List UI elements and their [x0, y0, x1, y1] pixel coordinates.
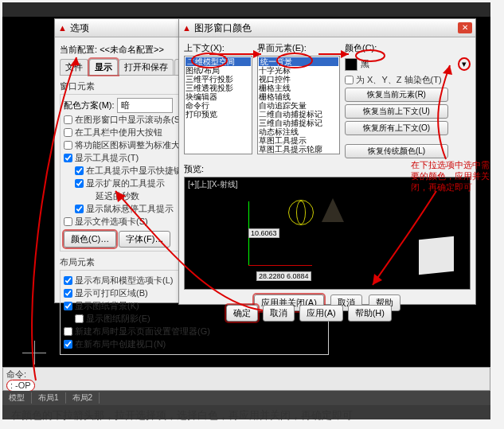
scheme-label: 配色方案(M):	[64, 100, 115, 110]
colors-button[interactable]: 颜色(C)…	[64, 231, 116, 248]
tab-opensave[interactable]: 打开和保存	[119, 59, 174, 75]
ok-button[interactable]: 确定	[226, 305, 258, 322]
restore-elem-button[interactable]: 恢复当前元素(R)	[345, 88, 448, 102]
config-value: <<未命名配置>>	[100, 45, 164, 54]
app-icon: ▲	[58, 23, 67, 33]
cmd-value: : -OP	[6, 380, 35, 392]
scheme-combo[interactable]: 暗	[117, 98, 173, 113]
tab-layout2[interactable]: 布局2	[66, 392, 100, 404]
command-line[interactable]: 命令: : -OP	[2, 367, 490, 391]
dropdown-icon[interactable]: ▾	[458, 57, 471, 71]
color-combo[interactable]: 黑 ▾	[345, 57, 471, 71]
restore-all-button[interactable]: 恢复所有上下文(O)	[345, 121, 448, 135]
element-label: 界面元素(E):	[257, 42, 340, 54]
cube-icon	[419, 236, 454, 275]
color-titlebar[interactable]: ▲ 图形窗口颜色 ✕	[179, 19, 475, 37]
caption-text: 在颜色的下拉箭头那，拉开选择项，选择白色，再应用并关闭，再确定即可	[11, 408, 489, 423]
fonts-button[interactable]: 字体(F)…	[119, 231, 170, 248]
restore-legacy-button[interactable]: 恢复传统颜色(L)	[345, 144, 448, 158]
context-label: 上下文(X):	[184, 42, 252, 54]
cancel2-button[interactable]: 取消	[263, 305, 295, 322]
color-title: 图形窗口颜色	[194, 21, 252, 35]
chk-l6[interactable]: 在新布局中创建视口(N)	[64, 338, 325, 350]
app-icon: ▲	[182, 23, 191, 33]
chk-l5[interactable]: 新建布局时显示页面设置管理器(G)	[64, 326, 325, 337]
coord2: 28.2280 6.0884	[256, 271, 311, 281]
tab-layout1[interactable]: 布局1	[32, 392, 66, 404]
annotation-text: 在下拉选项中选中需要的颜色，应用并关闭，再确定即可	[411, 159, 490, 193]
model-tabs[interactable]: 模型 布局1 布局2	[2, 391, 490, 405]
color-label: 颜色(C):	[345, 42, 471, 54]
close-icon[interactable]: ✕	[458, 22, 472, 33]
color-swatch	[345, 58, 357, 71]
options-title: 选项	[70, 21, 89, 35]
wire-cone-icon	[322, 198, 344, 222]
preview-pane: [+][上][X-射线] 10.6063 28.2280 6.0884	[184, 177, 471, 290]
help2-button[interactable]: 帮助(H)	[348, 305, 392, 322]
chk-tint[interactable]: 为 X、Y、Z 轴染色(T)	[345, 74, 471, 86]
coord1: 10.6063	[248, 228, 279, 238]
color-value: 黑	[361, 58, 369, 70]
tab-model[interactable]: 模型	[2, 392, 32, 404]
config-label: 当前配置:	[60, 45, 97, 54]
preview-inner-label: [+][上][X-射线]	[188, 179, 238, 190]
options-bottom-buttons: 确定 取消 应用(A) 帮助(H)	[226, 305, 392, 322]
cad-toolbar	[2, 2, 490, 17]
restore-ctx-button[interactable]: 恢复当前上下文(U)	[345, 104, 448, 119]
axis-x	[248, 265, 312, 266]
tab-file[interactable]: 文件	[60, 59, 88, 75]
element-list[interactable]: 统一背景 十字光标 视口控件 栅格主线 栅格辅线 自动追踪矢量 二维自动捕捉标记…	[257, 56, 340, 154]
cmd-label: 命令:	[6, 369, 486, 380]
context-list[interactable]: 二维模型空间 图纸/布局 三维平行投影 三维透视投影 块编辑器 命令行 打印预览	[184, 56, 252, 154]
tab-display[interactable]: 显示	[89, 59, 118, 75]
apply2-button[interactable]: 应用(A)	[299, 305, 343, 322]
wire-sphere-icon	[288, 200, 314, 225]
